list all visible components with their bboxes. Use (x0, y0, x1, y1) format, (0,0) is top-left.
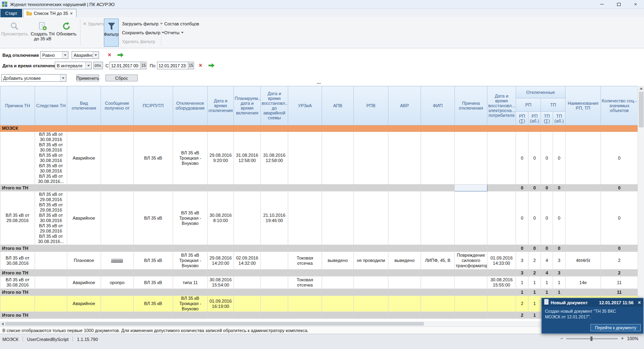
grid-cell[interactable] (388, 185, 421, 191)
grid-cell[interactable] (388, 191, 421, 245)
grid-cell[interactable] (261, 289, 288, 296)
grid-cell[interactable]: 30.08.2016 8:10:00 (208, 191, 234, 245)
maximize-button[interactable] (610, 0, 627, 8)
grid-cell[interactable] (208, 312, 234, 319)
grid-column-header[interactable]: Причина отключения (455, 86, 487, 125)
grid-cell[interactable]: 0 (541, 185, 553, 191)
grid-cell[interactable] (354, 270, 388, 276)
refresh-button[interactable]: Обновить (56, 19, 77, 47)
grid-cell[interactable] (354, 185, 388, 191)
grid-cell[interactable]: 02.09.2016 14:32:00 (234, 252, 261, 270)
grid-cell[interactable]: 0 (601, 132, 638, 185)
grid-cell[interactable] (388, 276, 421, 289)
grid-cell[interactable] (134, 185, 173, 191)
grid-cell[interactable] (208, 185, 234, 191)
grid-cell[interactable] (134, 312, 173, 319)
grid-column-header[interactable]: Дата и время восстановл... электросна...… (487, 86, 516, 125)
grid-cell[interactable] (421, 276, 455, 289)
grid-cell[interactable] (354, 289, 388, 296)
grid-data-row[interactable]: ВЛ 35 кВ от 30.08.2016 ВЛ 35 кВ от 30.08… (0, 132, 638, 185)
grid-cell[interactable]: 31.08.2016 12:58:00 (261, 132, 288, 185)
grid-cell[interactable] (421, 132, 455, 185)
horizontal-scroll-thumb[interactable] (5, 322, 424, 326)
grid-cell[interactable] (288, 296, 322, 312)
grid-cell[interactable] (354, 132, 388, 185)
grid-cell[interactable] (101, 185, 134, 191)
grid-cell[interactable]: Аварийное (67, 296, 101, 312)
grid-column-header[interactable]: Дата и время отключения (208, 86, 234, 125)
grid-cell[interactable]: 2 (601, 252, 638, 270)
grid-cell[interactable]: ВЛ 35 кВ от 29.08.2016 ВЛ 35 кВ от 29.08… (35, 191, 67, 245)
grid-column-header[interactable]: Отключенные (516, 86, 566, 98)
grid-column-header[interactable]: ТП (аб.) (553, 112, 566, 125)
grid-cell[interactable]: 0 (553, 245, 566, 252)
grid-cell[interactable] (134, 289, 173, 296)
date-to-calendar-button[interactable]: 15 (188, 62, 194, 69)
grid-cell[interactable]: jjjjjjjjjjjj (101, 252, 134, 270)
date-to-input[interactable] (157, 62, 188, 69)
grid-cell[interactable]: ВЛ 35 кВ от 30.08.2016 ВЛ 35 кВ от 30.08… (35, 132, 67, 185)
filter2-apply-icon[interactable] (208, 63, 215, 68)
grid-cell[interactable] (487, 312, 516, 319)
grid-cell[interactable]: 0 (553, 185, 566, 191)
grid-cell[interactable]: 3 (553, 270, 566, 276)
grid-total-row[interactable]: Итого по ТН00000 (0, 185, 638, 191)
grid-cell[interactable]: 0 (516, 132, 528, 185)
grid-cell[interactable] (173, 185, 208, 191)
grid-cell[interactable]: 1 (516, 289, 528, 296)
grid-cell[interactable]: 0 (516, 185, 528, 191)
grid-cell[interactable]: 2 (528, 252, 541, 270)
grid-cell[interactable]: 0 (601, 185, 638, 191)
relative-date-button[interactable]: отн. (93, 62, 103, 69)
grid-column-header[interactable]: Отключенное оборудование (173, 86, 208, 125)
grid-cell[interactable] (354, 245, 388, 252)
grid-cell[interactable]: 2 (516, 296, 528, 312)
grid-cell[interactable] (487, 245, 516, 252)
grid-cell[interactable] (234, 191, 261, 245)
grid-cell[interactable]: 1 (553, 276, 566, 289)
grid-cell[interactable] (134, 245, 173, 252)
grid-cell[interactable]: 1 (553, 289, 566, 296)
grid-cell[interactable] (0, 296, 35, 312)
grid-cell[interactable]: ЛИПФ, 45, В (421, 252, 455, 270)
grid-cell[interactable]: ВЛ 35 кВ от 29.08.2016 (0, 191, 35, 245)
grid-cell[interactable]: ВЛ 35 кВ от 30.08.2016 (0, 276, 35, 289)
grid-cell[interactable]: 0 (528, 191, 541, 245)
grid-cell[interactable] (322, 296, 354, 312)
delete-button[interactable]: × Удалить (83, 20, 105, 27)
grid-cell[interactable] (487, 296, 516, 312)
grid-cell[interactable] (101, 312, 134, 319)
grid-column-header[interactable]: Следствия ТН (35, 86, 67, 125)
grid-cell[interactable]: 0 (541, 132, 553, 185)
grid-cell[interactable] (173, 312, 208, 319)
grid-cell[interactable] (566, 132, 601, 185)
grid-cell[interactable]: 14e (566, 276, 601, 289)
grid-cell[interactable] (566, 289, 601, 296)
grid-cell[interactable]: 4trt4r5t (566, 252, 601, 270)
grid-column-header[interactable]: РПВ (354, 86, 388, 125)
grid-cell[interactable] (322, 276, 354, 289)
grid-cell[interactable] (421, 185, 455, 191)
grid-cell[interactable]: 0 (516, 245, 528, 252)
grid-cell[interactable]: 4 (541, 252, 553, 270)
grid-cell[interactable]: 0 (541, 191, 553, 245)
grid-cell[interactable] (487, 289, 516, 296)
grid-cell[interactable]: 0 (528, 132, 541, 185)
grid-data-row[interactable]: ВЛ 35 кВ от 30.08.2016АварийноеоропроВЛ … (0, 276, 638, 289)
grid-total-row[interactable]: Итого по ТН111111 (0, 289, 638, 296)
grid-total-row[interactable]: Итого по ТН32432 (0, 270, 638, 276)
grid-cell[interactable]: оропро (101, 276, 134, 289)
grid-cell[interactable] (455, 245, 487, 252)
grid-cell[interactable]: 21.10.2016 19:46:00 (261, 191, 288, 245)
grid-cell[interactable] (35, 185, 67, 191)
grid-cell[interactable] (322, 185, 354, 191)
grid-cell[interactable] (421, 296, 455, 312)
grid-cell[interactable]: выведено (388, 252, 421, 270)
grid-cell[interactable]: 2 (601, 270, 638, 276)
grid-cell[interactable]: 0 (541, 245, 553, 252)
grid-cell[interactable]: ВЛ 35 кВ (134, 276, 173, 289)
grid-cell[interactable]: Плановое (67, 252, 101, 270)
grid-cell[interactable] (101, 132, 134, 185)
grid-cell[interactable] (234, 185, 261, 191)
grid-cell[interactable]: ВЛ 35 кВ Троицкая - Внуково (173, 296, 208, 312)
